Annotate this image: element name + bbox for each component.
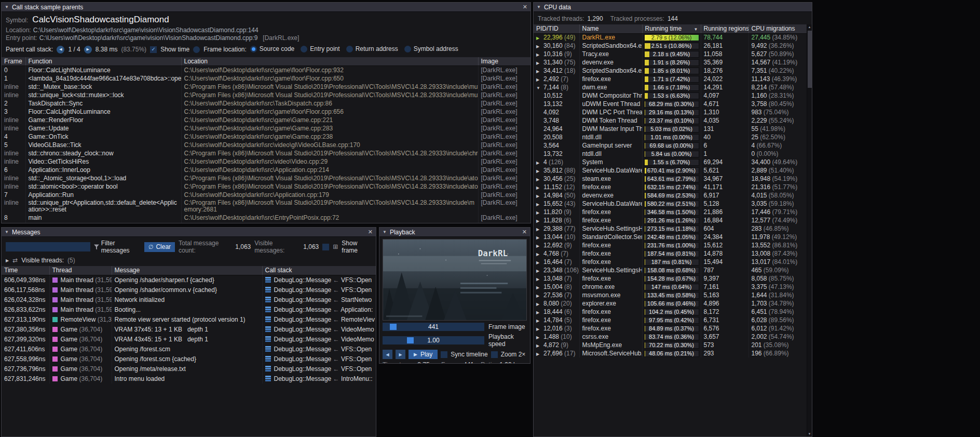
message-callstack[interactable]: DebugLog::Message ← VFS::Open <box>262 285 376 295</box>
callstack-row[interactable]: inlinestd::atomic<bool>::operator boolC:… <box>2 182 530 191</box>
callstack-row[interactable]: 6Application::InnerLoopC:\Users\wolf\Des… <box>2 166 530 174</box>
callstack-row[interactable]: inlineGame::UpdateC:\Users\wolf\Desktop\… <box>2 124 530 133</box>
cpu-process-row[interactable]: ▶14,984 (50)devenv.exe584.69 ms (2.53%)6… <box>534 191 807 200</box>
col-name[interactable]: Name <box>579 24 642 33</box>
callstack-row[interactable]: 3Floor::CalcLightNoLuminanceC:\Users\wol… <box>2 108 530 116</box>
expand-icon[interactable]: ▶ <box>536 61 543 65</box>
frame-image-slider[interactable]: 441 <box>383 323 484 331</box>
expand-icon[interactable]: ▶ <box>536 177 543 182</box>
cpu-titlebar[interactable]: ▼ CPU data <box>534 3 812 12</box>
message-row[interactable]: 627,411,606nsGame (36,704)Opening /fores… <box>2 344 376 354</box>
collapse-arrow-icon[interactable]: ▼ <box>537 5 541 9</box>
callstack-row[interactable]: 8mainC:\Users\wolf\Desktop\darkrl\src\En… <box>2 214 530 222</box>
collapse-icon[interactable]: ▼ <box>536 86 543 90</box>
close-icon[interactable]: ✕ <box>523 4 527 10</box>
callstack-row[interactable]: 1<lambda_84a19dc444fae966ca174e83e708bdc… <box>2 74 530 83</box>
cpu-process-row[interactable]: ▶30,160 (84)ScriptedSandbox64.exe2.51 s … <box>534 42 807 50</box>
expand-icon[interactable]: ▶ <box>536 52 543 57</box>
cpu-thread-row[interactable]: 13,132uDWM Event Thread68.29 ms (0.30%)4… <box>534 100 807 108</box>
message-row[interactable]: 627,558,996nsGame (36,704)Opening /fores… <box>2 354 376 364</box>
scroll-up-icon[interactable]: ▲ <box>808 24 811 30</box>
cpu-process-row[interactable]: ▶27,536 (7)msvsmon.exe133.45 ms (0.58%)5… <box>534 291 807 299</box>
scroll-down-icon[interactable]: ▼ <box>808 431 811 436</box>
cpu-process-row[interactable]: ▶13,044 (10)StandardCollector.Servic242.… <box>534 233 807 241</box>
expand-icon[interactable]: ▶ <box>536 194 543 198</box>
message-row[interactable]: 626,833,622nsMain thread (31,596)Booting… <box>2 304 376 314</box>
callstack-row[interactable]: 0Floor::CalcLightNoLuminanceC:\Users\wol… <box>2 66 530 74</box>
cpu-process-row[interactable]: ▶18,444 (6)firefox.exe104.2 ms (0.45%)8,… <box>534 308 807 316</box>
playback-titlebar[interactable]: ▼ Playback ✕ <box>379 228 530 237</box>
message-callstack[interactable]: DebugLog::Message ← VFS::Open <box>262 344 376 354</box>
col-cpu-migrations[interactable]: CPU migrations <box>748 24 807 33</box>
message-callstack[interactable]: DebugLog::Message ← RemoteViev <box>262 314 376 324</box>
messages-titlebar[interactable]: ▼ Messages ✕ <box>2 228 376 237</box>
callstack-row[interactable]: inlinestd::chrono::steady_clock::nowC:\P… <box>2 149 530 157</box>
expand-icon[interactable]: ▶ <box>536 260 543 265</box>
callstack-row[interactable]: inlinestd::_Mutex_base::lockC:\Program F… <box>2 83 530 91</box>
cpu-process-row[interactable]: ▼7,144 (8)dwm.exe1.66 s (7.18%)14,2918,2… <box>534 83 807 91</box>
message-callstack[interactable]: DebugLog::Message ← IntroMenu:: <box>262 374 376 383</box>
callstack-row[interactable]: inlinestd::_Atomic_storage<bool,1>::load… <box>2 174 530 182</box>
callstack-row[interactable]: inlineVideo::GetTicksHiResC:\Users\wolf\… <box>2 157 530 166</box>
expand-icon[interactable]: ▶ <box>536 335 543 340</box>
cpu-process-row[interactable]: ▶8,080 (20)explorer.exe105.66 ms (0.46%)… <box>534 299 807 308</box>
expand-icon[interactable]: ▶ <box>6 258 9 263</box>
message-row[interactable]: 627,736,796nsGame (36,704)Opening /meta/… <box>2 364 376 374</box>
cpu-process-row[interactable]: ▶27,696 (17)Microsoft.ServiceHub.Co48.06… <box>534 349 807 357</box>
cpu-process-row[interactable]: ▶35,812 (88)ServiceHub.DataWarehou670.41… <box>534 166 807 175</box>
cpu-process-row[interactable]: ▶23,348 (106)ServiceHub.SettingsHost158.… <box>534 266 807 274</box>
expand-icon[interactable]: ▶ <box>536 327 543 332</box>
zoom-checkbox[interactable] <box>491 351 498 358</box>
cpu-process-row[interactable]: ▶11,152 (12)firefox.exe632.15 ms (2.74%)… <box>534 183 807 191</box>
message-row[interactable]: 627,380,356nsGame (36,704)VRAM 37x45: 13… <box>2 324 376 334</box>
expand-icon[interactable]: ▶ <box>536 219 543 223</box>
expand-icon[interactable]: ▶ <box>536 36 543 41</box>
message-callstack[interactable]: DebugLog::Message ← StartNetwo <box>262 295 376 304</box>
expand-icon[interactable]: ▶ <box>536 277 543 282</box>
expand-icon[interactable]: ▶ <box>536 310 543 315</box>
cpu-thread-row[interactable]: 10,512DWM Compositor Thread1.53 s (6.63%… <box>534 91 807 100</box>
callstack-row[interactable]: 4Game::OnTickC:\Users\wolf\Desktop\darkr… <box>2 133 530 141</box>
cpu-process-row[interactable]: ▶11,820 (9)firefox.exe346.58 ms (1.50%)2… <box>534 208 807 216</box>
expand-icon[interactable]: ▶ <box>536 202 543 207</box>
message-row[interactable]: 627,831,246nsGame (36,704)Intro menu loa… <box>2 374 376 383</box>
callstack-titlebar[interactable]: ▼ Call stack sample parents ✕ <box>2 3 530 12</box>
message-row[interactable]: 627,399,320nsGame (36,704)VRAM 43x45: 15… <box>2 334 376 344</box>
cpu-thread-row[interactable]: 3,748DWM Token Thread23.37 ms (0.10%)4,0… <box>534 116 807 125</box>
expand-icon[interactable]: ▶ <box>536 210 543 215</box>
frame-location-option[interactable]: Source code <box>250 45 294 52</box>
sync-timeline-checkbox[interactable] <box>441 351 447 358</box>
playback-frame-image[interactable]: DarkRL <box>383 239 527 321</box>
message-callstack[interactable]: DebugLog::Message ← VFS::Open <box>262 364 376 374</box>
callstack-row[interactable]: inlinestd::unique_ptr<Application,std::d… <box>2 199 530 214</box>
expand-icon[interactable]: ▶ <box>536 161 543 165</box>
callstack-row[interactable]: 5VideoGLBase::TickC:\Users\wolf\Desktop\… <box>2 141 530 149</box>
show-time-checkbox[interactable]: ✓ <box>150 46 157 53</box>
collapse-arrow-icon[interactable]: ▼ <box>383 230 387 234</box>
callstack-row[interactable]: inlineGame::RenderFloorC:\Users\wolf\Des… <box>2 116 530 124</box>
expand-icon[interactable]: ▶ <box>536 77 543 82</box>
cpu-process-row[interactable]: ▶29,388 (77)ServiceHub.SettingsHost273.1… <box>534 224 807 233</box>
expand-icon[interactable]: ▶ <box>536 227 543 232</box>
next-frame-button[interactable]: ▶ <box>396 350 405 359</box>
cpu-process-row[interactable]: ▶16,464 (7)firefox.exe187 ms (0.81%)15,4… <box>534 258 807 266</box>
cpu-process-row[interactable]: ▶4 (126)System1.55 s (6.70%)69,29434,400… <box>534 158 807 166</box>
cpu-process-row[interactable]: ▶4,872 (9)MsMpEng.exe70.22 ms (0.30%)573… <box>534 341 807 349</box>
prev-frame-button[interactable]: ◀ <box>383 350 392 359</box>
callstack-row[interactable]: inlinestd::unique_lock<std::mutex>::lock… <box>2 91 530 99</box>
cpu-process-row[interactable]: ▶30,456 (25)steam.exe643.61 ms (2.79%)34… <box>534 175 807 183</box>
message-callstack[interactable]: DebugLog::Message ← VFS::Open <box>262 275 376 285</box>
cpu-process-row[interactable]: ▶22,396 (49)DarkRL.exe2.79 s (12.06%)78,… <box>534 33 807 42</box>
expand-icon[interactable]: ▶ <box>536 169 543 174</box>
cpu-thread-row[interactable]: 20,508ntdll.dll1.01 ms (0.00%)4025 (62.5… <box>534 133 807 141</box>
expand-icon[interactable]: ▶ <box>536 343 543 348</box>
message-filter-input[interactable] <box>6 242 90 251</box>
visible-threads-row[interactable]: ▶ ⇄ Visible threads: (5) <box>2 256 376 266</box>
expand-icon[interactable]: ▶ <box>536 235 543 240</box>
callstack-row[interactable]: 2TaskDispatch::SyncC:\Users\wolf\Desktop… <box>2 99 530 108</box>
cpu-process-row[interactable]: ▶12,692 (9)firefox.exe231.76 ms (1.00%)1… <box>534 241 807 249</box>
collapse-arrow-icon[interactable]: ▼ <box>5 230 9 234</box>
cpu-thread-row[interactable]: 13,732ntdll.dll5.84 us (0.00%)10 (0.00%) <box>534 150 807 158</box>
close-icon[interactable]: ✕ <box>368 229 373 235</box>
col-running-regions[interactable]: Running regions <box>701 24 748 33</box>
